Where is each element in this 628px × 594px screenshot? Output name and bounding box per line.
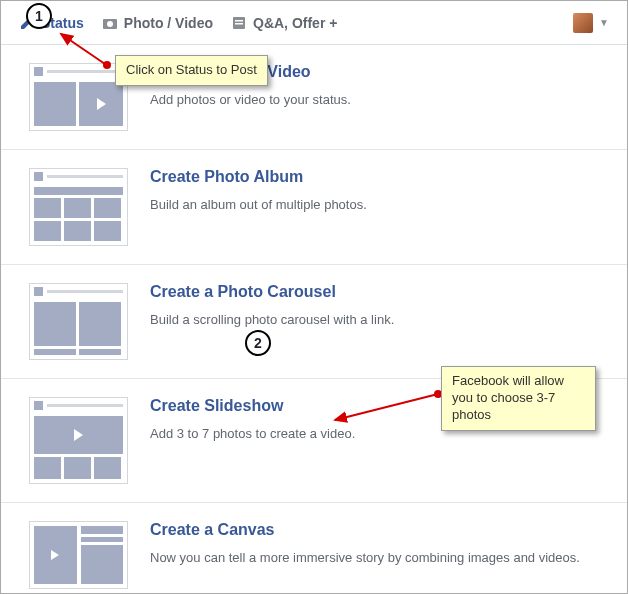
svg-rect-3: [235, 20, 243, 22]
thumbnail-carousel: [29, 283, 128, 360]
play-icon: [34, 526, 77, 584]
callout-note-1: Click on Status to Post: [115, 55, 268, 86]
tab-photo-video-label: Photo / Video: [124, 15, 213, 31]
option-desc: Build an album out of multiple photos.: [150, 196, 367, 214]
option-title: Create a Photo Carousel: [150, 283, 394, 301]
tab-qa-offer[interactable]: Q&A, Offer +: [231, 15, 337, 31]
option-create-photo-album[interactable]: Create Photo Album Build an album out of…: [1, 150, 627, 265]
step-marker-2: 2: [245, 330, 271, 356]
svg-point-1: [107, 21, 113, 27]
thumbnail-canvas: [29, 521, 128, 589]
option-title: Create Photo Album: [150, 168, 367, 186]
step-marker-1: 1: [26, 3, 52, 29]
option-title: Create Slideshow: [150, 397, 355, 415]
note-icon: [231, 15, 247, 31]
thumbnail-upload: [29, 63, 128, 131]
option-desc: Build a scrolling photo carousel with a …: [150, 311, 394, 329]
option-create-photo-carousel[interactable]: Create a Photo Carousel Build a scrollin…: [1, 265, 627, 379]
camera-icon: [102, 15, 118, 31]
option-upload-photos-video[interactable]: Upload Photos/Video Add photos or video …: [1, 45, 627, 150]
thumbnail-slideshow: [29, 397, 128, 484]
option-desc: Add 3 to 7 photos to create a video.: [150, 425, 355, 443]
thumbnail-album: [29, 168, 128, 246]
composer-topbar: Status Photo / Video Q&A, Offer + ▼: [1, 1, 627, 45]
callout-note-2: Facebook will allow you to choose 3-7 ph…: [441, 366, 596, 431]
option-desc: Add photos or video to your status.: [150, 91, 351, 109]
tab-photo-video[interactable]: Photo / Video: [102, 15, 213, 31]
chevron-down-icon: ▼: [599, 17, 609, 28]
option-create-canvas[interactable]: Create a Canvas Now you can tell a more …: [1, 503, 627, 594]
option-title: Create a Canvas: [150, 521, 580, 539]
option-desc: Now you can tell a more immersive story …: [150, 549, 580, 567]
post-type-options: Upload Photos/Video Add photos or video …: [1, 45, 627, 594]
svg-rect-4: [235, 23, 243, 25]
avatar: [573, 13, 593, 33]
user-menu[interactable]: ▼: [573, 13, 609, 33]
tab-qa-offer-label: Q&A, Offer +: [253, 15, 337, 31]
